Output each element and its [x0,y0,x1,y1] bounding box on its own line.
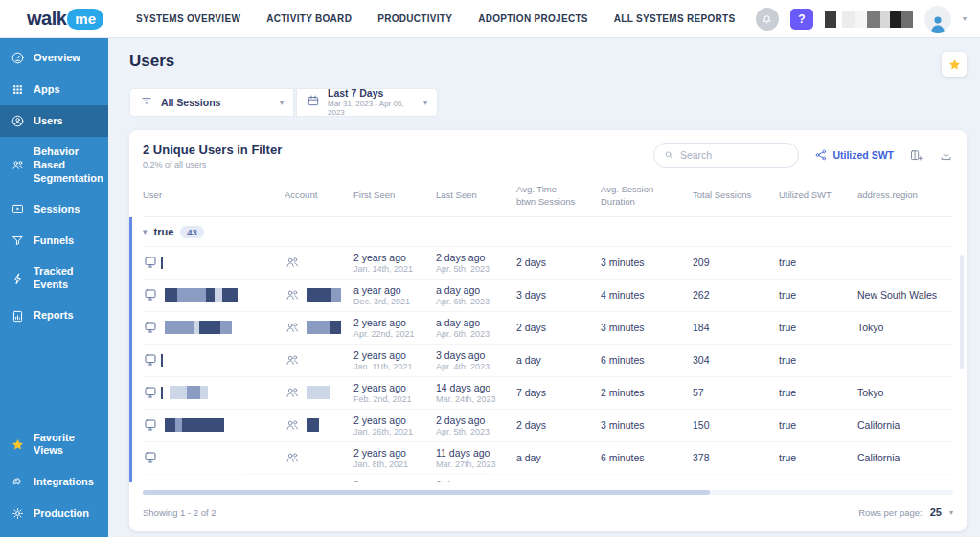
text-cursor [161,387,163,399]
sidebar-item-integrations[interactable]: Integrations [0,466,108,498]
speedometer-icon [11,51,25,65]
redacted-text [307,321,341,334]
column-header[interactable]: Last Seen [436,190,516,202]
sidebar-item-tracked-events[interactable]: Tracked Events [0,257,108,301]
column-header[interactable]: User [143,190,285,202]
account-cell [285,385,353,400]
last-seen-cell: a day agoApr. 6th, 2023 [436,284,516,306]
horizontal-scrollbar-thumb[interactable] [143,490,710,495]
top-nav: SYSTEMS OVERVIEWACTIVITY BOARDPRODUCTIVI… [136,13,735,24]
sessions-filter-label: All Sessions [161,97,220,108]
table-group-section: ▾ true 43 2 years agoJan. 14th, 2021 2 d… [129,217,953,482]
topnav-item[interactable]: ADOPTION PROJECTS [478,13,588,24]
sessions-filter-dropdown[interactable]: All Sessions ▾ [129,88,294,117]
sidebar: Overview Apps Users Behavior Based Segme… [0,38,108,537]
utilized-swt-action[interactable]: Utilized SWT [814,148,894,162]
sidebar-item-funnels[interactable]: Funnels [0,225,108,257]
main-content: Users All Sessions ▾ Last 7 Days Mar 31,… [108,38,980,537]
avg-session-cell: 6 minutes [601,354,693,366]
column-header[interactable]: First Seen [353,190,436,202]
avg-session-cell: 3 minutes [601,257,693,268]
last-seen-cell: 2 days agoApr. 5th, 2023 [436,252,516,274]
walkme-logo[interactable]: walk me [27,8,103,30]
topnav-item[interactable]: PRODUCTIVITY [377,13,452,24]
group-row-true[interactable]: ▾ true 43 [143,217,953,246]
pagination-status: Showing 1 - 2 of 2 [143,507,217,518]
gear-icon [11,506,25,521]
favorite-page-button[interactable] [942,52,967,77]
table-row[interactable]: 2 years agoJan. 8th, 2021 2 days agoApr.… [143,474,953,482]
table-row[interactable]: 2 years agoFeb. 2nd, 2021 14 days agoMar… [143,376,953,409]
sidebar-item-production[interactable]: Production [0,498,108,529]
column-header[interactable]: Avg. Timebtwn Sessions [516,184,601,209]
column-header[interactable]: address.region [857,190,961,202]
account-chevron-down-icon[interactable]: ▾ [963,14,967,23]
user-avatar[interactable] [924,6,951,33]
first-seen-cell: 2 years agoApr. 22nd, 2021 [353,317,436,339]
people-icon [11,158,25,172]
topnav-item[interactable]: ACTIVITY BOARD [266,13,352,24]
account-people-icon [285,385,300,400]
account-people-icon [285,287,300,302]
screen-play-icon [11,202,25,216]
topnav-item[interactable]: ALL SYSTEMS REPORTS [614,13,736,24]
table-search[interactable] [653,143,799,168]
notifications-button[interactable] [756,8,779,31]
sidebar-item-apps[interactable]: Apps [0,74,108,105]
table-header-row: UserAccountFirst SeenLast SeenAvg. Timeb… [143,175,953,217]
last-seen-cell: 2 days agoApr. 5th, 2023 [436,414,516,436]
avg-time-cell: 2 days [516,322,601,333]
sidebar-item-overview[interactable]: Overview [0,42,108,74]
first-seen-cell: 2 years agoFeb. 2nd, 2021 [353,382,436,404]
calendar-icon [307,94,320,111]
utilized-swt-cell: true [779,354,857,366]
lightning-icon [11,272,25,286]
search-icon [664,149,673,161]
download-button[interactable] [939,148,953,163]
sidebar-item-label: Tracked Events [34,265,101,292]
redacted-text [307,288,341,302]
monitor-icon [143,320,158,335]
monitor-icon [143,417,158,433]
table-row[interactable]: 2 years agoJan. 26th, 2021 2 days agoApr… [143,409,953,441]
rows-per-page-value[interactable]: 25 [930,506,942,518]
column-header[interactable]: Total Sessions [693,190,779,202]
user-cell [143,450,285,465]
vertical-scrollbar[interactable] [960,255,964,369]
sidebar-item-label: Overview [34,52,80,65]
manage-columns-button[interactable] [909,148,923,163]
date-range-dropdown[interactable]: Last 7 Days Mar 31, 2023 - Apr 06, 2023 … [296,88,438,117]
total-sessions-cell: 209 [693,257,779,268]
region-cell: New South Wales [857,289,953,301]
total-sessions-cell: 304 [693,354,779,366]
table-row[interactable]: a year agoDec. 3rd, 2021 a day agoApr. 6… [143,279,953,311]
last-seen-cell: 3 days agoApr. 4th, 2023 [436,349,516,371]
sidebar-item-reports[interactable]: Reports [0,301,108,332]
chevron-down-icon[interactable]: ▾ [949,508,953,517]
table-row[interactable]: 2 years agoJan. 8th, 2021 11 days agoMar… [143,441,953,474]
column-header[interactable]: Utilized SWT [779,190,857,202]
column-header[interactable]: Avg. SessionDuration [601,184,693,209]
last-seen-cell: 2 days agoApr. 5th, 2023 [436,480,516,482]
account-people-icon [285,255,300,270]
user-cell [143,417,285,433]
sidebar-item-favorite-views[interactable]: Favorite Views [0,423,108,467]
column-header[interactable]: Account [285,190,353,202]
sidebar-item-label: Favorite Views [34,432,101,459]
table-row[interactable]: 2 years agoApr. 22nd, 2021 a day agoApr.… [143,311,953,344]
sidebar-item-behavior-based-segmentation[interactable]: Behavior Based Segmentation [0,137,108,193]
sidebar-item-sessions[interactable]: Sessions [0,193,108,225]
user-cell [143,385,285,400]
table-row[interactable]: 2 years agoJan. 11th, 2021 3 days agoApr… [143,344,953,376]
horizontal-scrollbar-track[interactable] [143,490,953,495]
avg-time-cell: 2 days [516,419,601,431]
sidebar-item-users[interactable]: Users [0,105,108,137]
date-range-dates: Mar 31, 2023 - Apr 06, 2023 [328,100,416,117]
table-row[interactable]: 2 years agoJan. 14th, 2021 2 days agoApr… [143,246,953,279]
sidebar-item-label: Reports [34,309,74,323]
topnav-item[interactable]: SYSTEMS OVERVIEW [136,13,240,24]
table-subtitle: 0.2% of all users [143,160,282,169]
help-button[interactable]: ? [790,9,813,30]
search-input[interactable] [680,149,789,161]
user-cell [143,320,285,335]
